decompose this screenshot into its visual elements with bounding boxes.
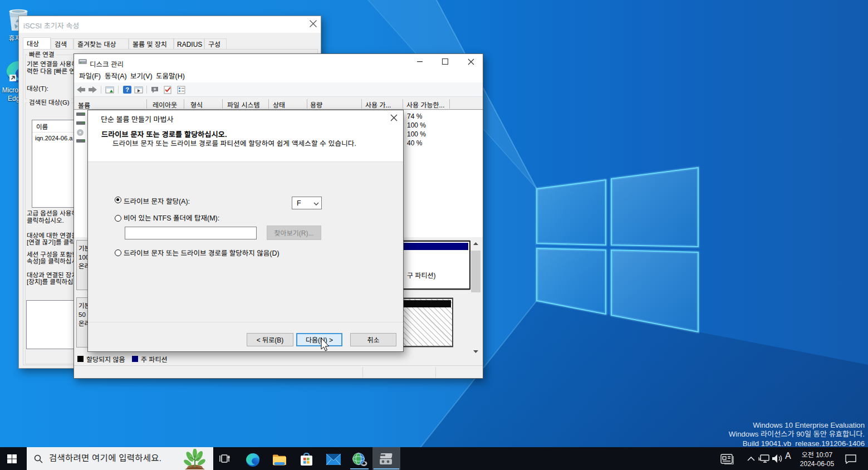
svg-text:?: ? <box>125 85 129 94</box>
